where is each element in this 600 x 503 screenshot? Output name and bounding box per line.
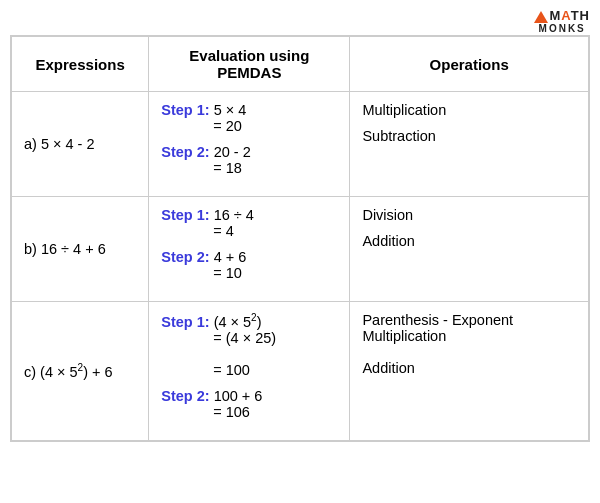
table-row: a) 5 × 4 - 2 Step 1: 5 × 4 = 20 Step 2: … <box>12 92 589 197</box>
op-c3: Addition <box>362 360 576 376</box>
step-c2-label: Step 2: <box>161 388 209 404</box>
step-b1-line2: = 4 <box>161 223 337 239</box>
op-a2: Subtraction <box>362 128 576 144</box>
step-b1-line1: 16 ÷ 4 <box>214 207 254 223</box>
table-row: c) (4 × 52) + 6 Step 1: (4 × 52) = (4 × … <box>12 302 589 441</box>
step-c2-line1: 100 + 6 <box>214 388 263 404</box>
main-table-wrapper: Expressions Evaluation using PEMDAS Oper… <box>10 35 590 442</box>
step-a2: Step 2: 20 - 2 = 18 <box>161 144 337 176</box>
op-b2: Addition <box>362 233 576 249</box>
step-b2-line1: 4 + 6 <box>214 249 247 265</box>
step-c2: Step 2: 100 + 6 = 106 <box>161 388 337 420</box>
logo: MATHMONKS <box>534 8 590 34</box>
step-a2-line2: = 18 <box>161 160 337 176</box>
step-a2-label: Step 2: <box>161 144 209 160</box>
step-c1-line2: = (4 × 25) <box>161 330 337 346</box>
header-operations: Operations <box>350 37 589 92</box>
operations-b: Division Addition <box>350 197 589 302</box>
step-c1: Step 1: (4 × 52) = (4 × 25) = 100 <box>161 312 337 378</box>
evaluation-b: Step 1: 16 ÷ 4 = 4 Step 2: 4 + 6 = 10 <box>149 197 350 302</box>
op-c2: Multiplication <box>362 328 576 344</box>
step-c2-line2: = 106 <box>161 404 337 420</box>
header-expressions: Expressions <box>12 37 149 92</box>
expression-b: b) 16 ÷ 4 + 6 <box>12 197 149 302</box>
operations-a: Multiplication Subtraction <box>350 92 589 197</box>
op-c1: Parenthesis - Exponent <box>362 312 576 328</box>
evaluation-a: Step 1: 5 × 4 = 20 Step 2: 20 - 2 = 18 <box>149 92 350 197</box>
logo-monks-text: MONKS <box>534 23 590 34</box>
step-c1-line3: = 100 <box>161 362 337 378</box>
logo-triangle-icon <box>534 11 548 23</box>
op-b1: Division <box>362 207 576 233</box>
evaluation-c: Step 1: (4 × 52) = (4 × 25) = 100 Step 2… <box>149 302 350 441</box>
step-b2: Step 2: 4 + 6 = 10 <box>161 249 337 281</box>
pemdas-table: Expressions Evaluation using PEMDAS Oper… <box>11 36 589 441</box>
step-a1-line1: 5 × 4 <box>214 102 247 118</box>
op-a1: Multiplication <box>362 102 576 128</box>
step-b2-line2: = 10 <box>161 265 337 281</box>
step-a1-label: Step 1: <box>161 102 209 118</box>
header-evaluation: Evaluation using PEMDAS <box>149 37 350 92</box>
step-c1-line1: (4 × 52) <box>214 314 262 330</box>
expression-c: c) (4 × 52) + 6 <box>12 302 149 441</box>
step-a1-line2: = 20 <box>161 118 337 134</box>
step-b1: Step 1: 16 ÷ 4 = 4 <box>161 207 337 239</box>
table-header-row: Expressions Evaluation using PEMDAS Oper… <box>12 37 589 92</box>
step-a2-line1: 20 - 2 <box>214 144 251 160</box>
step-c1-label: Step 1: <box>161 314 209 330</box>
expression-a: a) 5 × 4 - 2 <box>12 92 149 197</box>
step-b1-label: Step 1: <box>161 207 209 223</box>
operations-c: Parenthesis - Exponent Multiplication Ad… <box>350 302 589 441</box>
step-b2-label: Step 2: <box>161 249 209 265</box>
table-row: b) 16 ÷ 4 + 6 Step 1: 16 ÷ 4 = 4 Step 2:… <box>12 197 589 302</box>
step-a1: Step 1: 5 × 4 = 20 <box>161 102 337 134</box>
logo-math-text: MATH <box>549 8 590 23</box>
